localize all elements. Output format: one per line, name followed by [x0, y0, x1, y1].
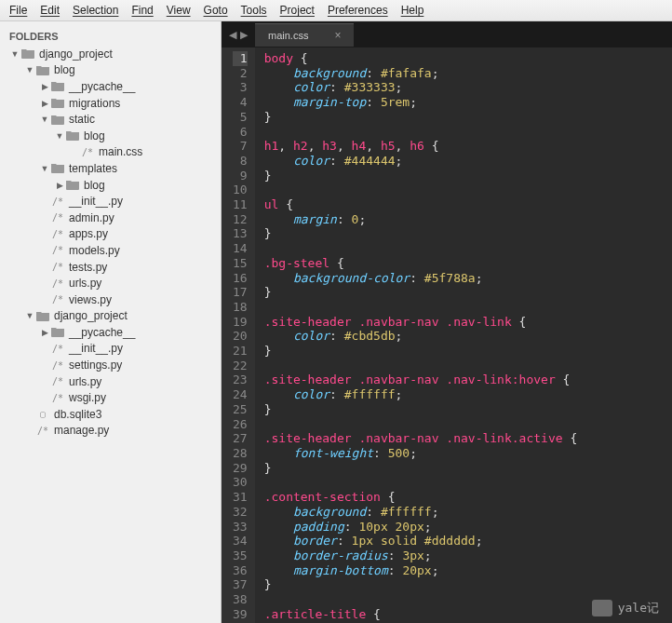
code-line: margin-bottom: 20px; — [264, 563, 672, 578]
line-number: 24 — [233, 387, 248, 402]
file-apps.py[interactable]: /*apps.py — [4, 226, 217, 243]
file-models.py[interactable]: /*models.py — [4, 242, 217, 259]
line-number: 39 — [233, 607, 248, 622]
file-admin.py[interactable]: /*admin.py — [4, 210, 217, 226]
line-number: 10 — [233, 183, 248, 197]
file-tests.py[interactable]: /*tests.py — [4, 259, 217, 276]
line-gutter: 1234567891011121314151617181920212223242… — [222, 47, 255, 623]
nav-back-icon[interactable]: ◀ — [229, 29, 236, 41]
line-number: 34 — [233, 534, 248, 549]
chevron-right-icon[interactable]: ▶ — [39, 99, 50, 108]
file-icon: /* — [80, 145, 95, 158]
code-line: .content-section { — [264, 490, 672, 505]
menu-edit[interactable]: Edit — [34, 2, 65, 19]
line-number: 21 — [233, 344, 248, 359]
editor-area: ◀ ▶ main.css × 1234567891011121314151617… — [222, 21, 672, 623]
code-line: border: 1px solid #dddddd; — [264, 534, 672, 549]
folder-django_project[interactable]: ▼django_project — [4, 46, 217, 62]
file-wsgi.py[interactable]: /*wsgi.py — [4, 389, 217, 406]
chevron-down-icon[interactable]: ▼ — [54, 131, 65, 141]
chevron-down-icon[interactable]: ▼ — [24, 65, 35, 74]
tree-label: admin.py — [69, 211, 114, 224]
chevron-down-icon[interactable]: ▼ — [39, 164, 50, 173]
code-line — [264, 125, 672, 140]
tree-label: models.py — [69, 244, 120, 257]
code-line — [264, 183, 672, 197]
folder-icon — [35, 63, 50, 76]
code-line — [264, 475, 672, 490]
file-icon: /* — [50, 261, 65, 274]
menu-file[interactable]: File — [4, 2, 33, 19]
folder-migrations[interactable]: ▶migrations — [4, 95, 217, 112]
chevron-down-icon[interactable]: ▼ — [9, 49, 20, 59]
menu-goto[interactable]: Goto — [198, 2, 234, 19]
line-number: 22 — [233, 359, 248, 373]
code-editor[interactable]: 1234567891011121314151617181920212223242… — [222, 47, 672, 623]
file-urls.py[interactable]: /*urls.py — [4, 275, 217, 291]
line-number: 14 — [233, 241, 248, 256]
file-main.css[interactable]: /*main.css — [4, 144, 217, 161]
folder-django_project[interactable]: ▼django_project — [4, 308, 217, 325]
file-icon: /* — [50, 359, 65, 372]
menu-view[interactable]: View — [161, 2, 196, 19]
file-urls.py[interactable]: /*urls.py — [4, 373, 217, 390]
file-icon: /* — [50, 211, 65, 224]
code-line: border-radius: 3px; — [264, 549, 672, 563]
file-views.py[interactable]: /*views.py — [4, 291, 217, 308]
file-icon: ▢ — [35, 408, 50, 421]
file-__init__.py[interactable]: /*__init__.py — [4, 193, 217, 210]
line-number: 31 — [233, 490, 248, 505]
code-content[interactable]: body { background: #fafafa; color: #3333… — [255, 47, 672, 623]
folder-blog[interactable]: ▼blog — [4, 62, 217, 79]
file-icon: /* — [50, 293, 65, 306]
tab-main-css[interactable]: main.css × — [255, 23, 354, 47]
tree-label: templates — [69, 162, 117, 175]
tree-label: blog — [84, 129, 105, 142]
tree-label: __init__.py — [69, 342, 123, 355]
code-line: background: #ffffff; — [264, 505, 672, 520]
folder-blog[interactable]: ▼blog — [4, 128, 217, 144]
file-icon: /* — [50, 375, 65, 388]
file-settings.py[interactable]: /*settings.py — [4, 357, 217, 373]
watermark: yale记 — [592, 600, 659, 616]
code-line: color: #333333; — [264, 80, 672, 95]
code-line: .bg-steel { — [264, 256, 672, 271]
menu-selection[interactable]: Selection — [67, 2, 124, 19]
tree-label: urls.py — [69, 277, 101, 290]
file-icon: /* — [50, 244, 65, 257]
folder-__pycache__[interactable]: ▶__pycache__ — [4, 78, 217, 95]
tree-label: main.css — [99, 145, 142, 158]
code-line: } — [264, 110, 672, 125]
code-line: } — [264, 169, 672, 183]
menu-help[interactable]: Help — [396, 2, 430, 19]
chevron-down-icon[interactable]: ▼ — [39, 115, 50, 124]
code-line: margin: 0; — [264, 212, 672, 227]
code-line — [264, 241, 672, 256]
tree-label: tests.py — [69, 261, 107, 274]
line-number: 18 — [233, 300, 248, 315]
folder-tree: ▼django_project▼blog▶__pycache__▶migrati… — [4, 46, 217, 439]
line-number: 29 — [233, 461, 248, 476]
chevron-right-icon[interactable]: ▶ — [39, 82, 50, 91]
menu-tools[interactable]: Tools — [235, 2, 273, 19]
folder-templates[interactable]: ▼templates — [4, 160, 217, 177]
tree-label: django_project — [54, 309, 128, 322]
menu-preferences[interactable]: Preferences — [322, 2, 394, 19]
menu-project[interactable]: Project — [275, 2, 320, 19]
file-__init__.py[interactable]: /*__init__.py — [4, 341, 217, 358]
menu-find[interactable]: Find — [126, 2, 158, 19]
chevron-right-icon[interactable]: ▶ — [54, 181, 65, 190]
file-manage.py[interactable]: /*manage.py — [4, 423, 217, 440]
chevron-right-icon[interactable]: ▶ — [39, 328, 50, 337]
folder-static[interactable]: ▼static — [4, 111, 217, 128]
line-number: 32 — [233, 505, 248, 520]
file-db.sqlite3[interactable]: ▢db.sqlite3 — [4, 406, 217, 423]
close-icon[interactable]: × — [334, 29, 341, 42]
code-line: color: #ffffff; — [264, 387, 672, 402]
line-number: 7 — [233, 139, 248, 154]
nav-forward-icon[interactable]: ▶ — [240, 29, 248, 41]
folder-__pycache__[interactable]: ▶__pycache__ — [4, 324, 217, 341]
code-line: } — [264, 285, 672, 300]
folder-blog[interactable]: ▶blog — [4, 177, 217, 194]
chevron-down-icon[interactable]: ▼ — [24, 311, 35, 320]
